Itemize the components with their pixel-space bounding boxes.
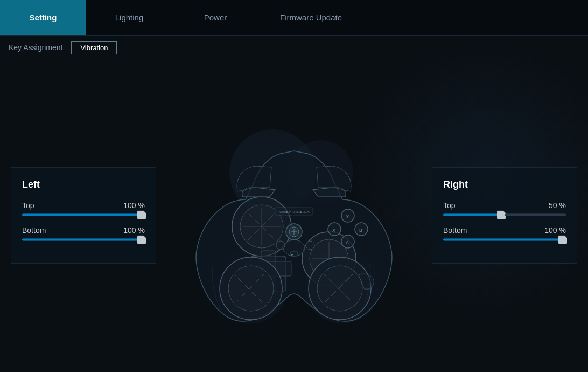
right-top-slider-fill bbox=[443, 214, 505, 216]
left-bottom-slider-row: Bottom 100 % bbox=[22, 226, 145, 241]
sub-tab-vibration[interactable]: Vibration bbox=[71, 41, 117, 54]
left-top-slider-fill bbox=[22, 214, 145, 216]
main-content: Left Top 100 % Bottom 100 % bbox=[0, 59, 588, 372]
sub-tab-bar: Key Assignment Vibration bbox=[0, 36, 588, 59]
right-bottom-slider-fill bbox=[443, 239, 566, 241]
tab-bar: Setting Lighting Power Firmware Update bbox=[0, 0, 588, 36]
left-top-label: Top bbox=[22, 201, 34, 210]
tab-setting[interactable]: Setting bbox=[0, 0, 86, 35]
svg-text:X: X bbox=[332, 228, 335, 233]
svg-point-33 bbox=[306, 241, 314, 250]
tab-firmware-update[interactable]: Firmware Update bbox=[258, 0, 363, 35]
right-bottom-value: 100 % bbox=[544, 226, 566, 235]
left-panel-title: Left bbox=[22, 179, 145, 190]
key-assignment-label: Key Assignment bbox=[9, 43, 62, 52]
controller-graphic: NONS▶PROFILE▶LIGHT Y B X A ▶ bbox=[170, 92, 418, 340]
left-top-value: 100 % bbox=[123, 201, 145, 210]
left-top-slider-row: Top 100 % bbox=[22, 201, 145, 216]
right-bottom-label: Bottom bbox=[443, 226, 467, 235]
left-top-slider-track[interactable] bbox=[22, 214, 145, 216]
right-top-label: Top bbox=[443, 201, 456, 210]
controller-svg: NONS▶PROFILE▶LIGHT Y B X A ▶ bbox=[181, 102, 407, 329]
svg-text:▶: ▶ bbox=[291, 253, 293, 256]
svg-point-32 bbox=[276, 241, 285, 250]
right-top-slider-row: Top 50 % bbox=[443, 201, 566, 216]
right-panel-title: Right bbox=[443, 179, 566, 190]
svg-point-37 bbox=[228, 266, 274, 311]
svg-text:B: B bbox=[359, 228, 362, 233]
svg-text:A: A bbox=[346, 240, 349, 245]
right-bottom-slider-thumb bbox=[558, 236, 567, 244]
svg-point-41 bbox=[317, 266, 362, 311]
left-bottom-value: 100 % bbox=[123, 226, 145, 235]
tab-power[interactable]: Power bbox=[172, 0, 258, 35]
svg-text:NONS▶PROFILE▶LIGHT: NONS▶PROFILE▶LIGHT bbox=[279, 210, 311, 213]
left-bottom-slider-thumb bbox=[137, 236, 146, 244]
right-bottom-slider-row: Bottom 100 % bbox=[443, 226, 566, 241]
right-top-slider-track[interactable] bbox=[443, 214, 566, 216]
svg-text:Y: Y bbox=[346, 214, 349, 219]
right-vibration-panel: Right Top 50 % Bottom 100 % bbox=[432, 168, 577, 264]
left-bottom-slider-track[interactable] bbox=[22, 239, 145, 241]
right-top-value: 50 % bbox=[549, 201, 566, 210]
left-vibration-panel: Left Top 100 % Bottom 100 % bbox=[11, 168, 156, 264]
right-top-slider-gray bbox=[505, 214, 566, 216]
tab-lighting[interactable]: Lighting bbox=[86, 0, 172, 35]
left-bottom-slider-fill bbox=[22, 239, 145, 241]
right-bottom-slider-track[interactable] bbox=[443, 239, 566, 241]
left-top-slider-thumb bbox=[137, 211, 146, 219]
left-bottom-label: Bottom bbox=[22, 226, 46, 235]
